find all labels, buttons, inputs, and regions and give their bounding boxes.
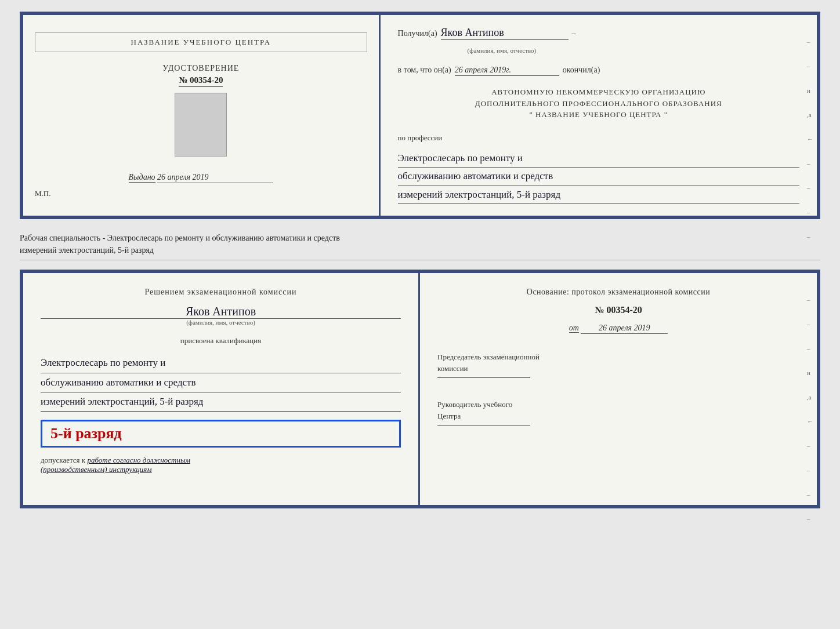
bottom-right-panel: Основание: протокол экзаменационной коми… [420,273,817,505]
udost-label: УДОСТОВЕРЕНИЕ [162,64,239,73]
vtom-line: в том, что он(а) 26 апреля 2019г. окончи… [398,66,799,76]
razryad-box: 5-й разряд [41,420,401,448]
predsedatel-label: Председатель экзаменационной комиссии [437,351,799,374]
cert-right-panel: Получил(а) Яков Антипов – (фамилия, имя,… [381,15,817,216]
dopusk-line2: (производственным) инструкциям [41,465,152,474]
predsedatel-block: Председатель экзаменационной комиссии [437,351,799,379]
photo-placeholder [175,93,227,157]
fio-sublabel: (фамилия, имя, отчество) [468,47,799,54]
bottom-name: Яков Антипов [41,305,401,319]
okonchil-label: окончил(а) [563,66,600,75]
vtom-date: 26 апреля 2019г. [455,66,559,76]
poluchil-label: Получил(а) [398,29,437,38]
recipient-name: Яков Антипов [441,27,569,40]
razryad-display: 5-й разряд [50,425,122,442]
issued-block: Выдано 26 апреля 2019 [129,173,274,183]
rukovoditel-label: Руководитель учебного Центра [437,399,799,421]
vtom-label: в том, что он(а) [398,66,451,75]
ot-date: 26 апреля 2019 [581,323,668,334]
issued-label: Выдано [129,173,155,183]
profession-line2: обслуживанию автоматики и средств [398,168,799,186]
org-block: АВТОНОМНУЮ НЕКОММЕРЧЕСКУЮ ОРГАНИЗАЦИЮ ДО… [398,86,799,121]
profession-line1: Электрослесарь по ремонту и [398,150,799,168]
name-block: Яков Антипов (фамилия, имя, отчество) [41,305,401,326]
dopusk-line1: работе согласно должностным [87,456,190,464]
side-marks: – – и ,а ← – – – – [807,38,813,240]
ot-label: от [569,323,579,333]
specialty-description: Рабочая специальность - Электрослесарь п… [20,234,340,254]
resheniem-label: Решением экзаменационной комиссии [41,288,401,297]
dopusk-prefix: допускается к [41,456,85,464]
org-line2: ДОПОЛНИТЕЛЬНОГО ПРОФЕССИОНАЛЬНОГО ОБРАЗО… [475,99,722,108]
qual-line3: измерений электростанций, 5-й разряд [41,392,401,412]
top-certificate: НАЗВАНИЕ УЧЕБНОГО ЦЕНТРА УДОСТОВЕРЕНИЕ №… [20,12,820,219]
dash: – [572,29,576,38]
qual-block: Электрослесарь по ремонту и обслуживанию… [41,354,401,412]
bottom-fio-label: (фамилия, имя, отчество) [41,319,401,326]
training-center-title: НАЗВАНИЕ УЧЕБНОГО ЦЕНТРА [35,32,367,52]
bottom-left-panel: Решением экзаменационной комиссии Яков А… [23,273,420,505]
profession-block: Электрослесарь по ремонту и обслуживанию… [398,150,799,205]
profession-line3: измерений электростанций, 5-й разряд [398,186,799,205]
prisvoena-label: присвоена квалификация [41,336,401,346]
org-line1: АВТОНОМНУЮ НЕКОММЕРЧЕСКУЮ ОРГАНИЗАЦИЮ [491,88,705,96]
cert-left-panel: НАЗВАНИЕ УЧЕБНОГО ЦЕНТРА УДОСТОВЕРЕНИЕ №… [23,15,381,216]
rukovoditel-block: Руководитель учебного Центра [437,399,799,427]
issued-date: 26 апреля 2019 [157,173,273,183]
rukovoditel-signature-line [437,425,530,426]
document-container: НАЗВАНИЕ УЧЕБНОГО ЦЕНТРА УДОСТОВЕРЕНИЕ №… [20,12,820,508]
org-line3: " НАЗВАНИЕ УЧЕБНОГО ЦЕНТРА " [530,110,668,119]
po-professii-label: по профессии [398,133,799,143]
qual-line1: Электрослесарь по ремонту и [41,354,401,373]
poluchil-line: Получил(а) Яков Антипов – [398,27,799,40]
predsedatel-signature-line [437,377,530,378]
bottom-side-marks: – – – и ,а ← – – – – [807,296,813,522]
udost-number: № 00354-20 [179,75,223,87]
from-date: от 26 апреля 2019 [437,323,799,334]
qual-line2: обслуживанию автоматики и средств [41,373,401,392]
between-specialty-text: Рабочая специальность - Электрослесарь п… [20,228,820,260]
osnovanie-label: Основание: протокол экзаменационной коми… [437,288,799,297]
bottom-certificate: Решением экзаменационной комиссии Яков А… [20,270,820,508]
mp-label: М.П. [35,189,50,198]
protocol-number: № 00354-20 [437,305,799,315]
udost-block: УДОСТОВЕРЕНИЕ № 00354-20 [162,64,239,87]
dopusk-block: допускается к работе согласно должностны… [41,456,401,474]
